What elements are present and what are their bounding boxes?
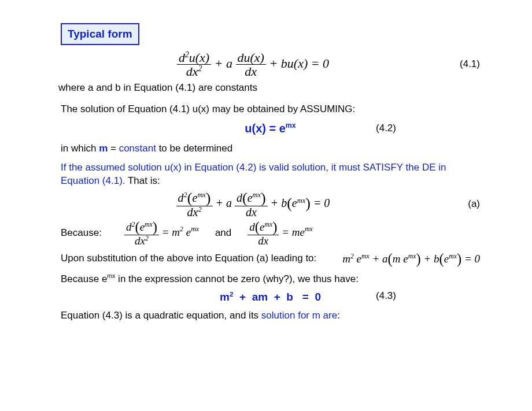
slide-content: Typical form d2u(x)dx2 + a du(x)dx + bu(… <box>0 0 532 338</box>
derivative-row: Because: d2(emx)dx2 = m2 emx and d(emx)d… <box>61 220 480 247</box>
substitution-text: Upon substitution of the above into Equa… <box>61 252 316 265</box>
text-quadratic: Equation (4.3) is a quadratic equation, … <box>61 309 480 323</box>
because-label: Because: <box>61 227 124 240</box>
equation-a-math: d2(emx)dx2 + a d(emx)dx + b(emx) = 0 <box>61 190 445 219</box>
substitution-line: Upon substitution of the above into Equa… <box>61 249 480 268</box>
and-label: and <box>215 227 231 240</box>
text-valid-solution: If the assumed solution u(x) in Equation… <box>61 161 480 188</box>
equation-4-3-math: m2 + am + b = 0 <box>220 291 321 303</box>
equation-4-1: d2u(x)dx2 + a du(x)dx + bu(x) = 0 (4.1) <box>61 51 480 78</box>
second-derivative: d2(emx)dx2 = m2 emx <box>124 220 199 247</box>
equation-a: d2(emx)dx2 + a d(emx)dx + b(emx) = 0 (a) <box>61 190 480 219</box>
text-where: where a and b in Equation (4.1) are cons… <box>58 82 480 95</box>
equation-4-2: u(x) = emx <box>61 121 480 136</box>
equation-4-2-number: (4.2) <box>376 122 396 135</box>
substitution-equation: m2 emx + a(m emx) + b(emx) = 0 <box>316 249 480 268</box>
equation-4-1-math: d2u(x)dx2 + a du(x)dx + bu(x) = 0 <box>61 51 445 78</box>
equation-4-3: m2 + am + b = 0 <box>61 290 480 305</box>
text-solution-intro: The solution of Equation (4.1) u(x) may … <box>61 103 480 116</box>
equation-4-3-number: (4.3) <box>376 290 396 303</box>
first-derivative: d(emx)dx = memx <box>247 220 312 247</box>
text-because-nonzero: Because emx in the expression cannot be … <box>61 273 480 286</box>
equation-a-number: (a) <box>445 198 480 211</box>
equation-4-2-math: u(x) = emx <box>245 121 296 136</box>
text-m-constant: in which m = constant to be determined <box>61 142 480 155</box>
section-heading: Typical form <box>61 23 139 45</box>
equation-4-1-number: (4.1) <box>445 58 480 71</box>
